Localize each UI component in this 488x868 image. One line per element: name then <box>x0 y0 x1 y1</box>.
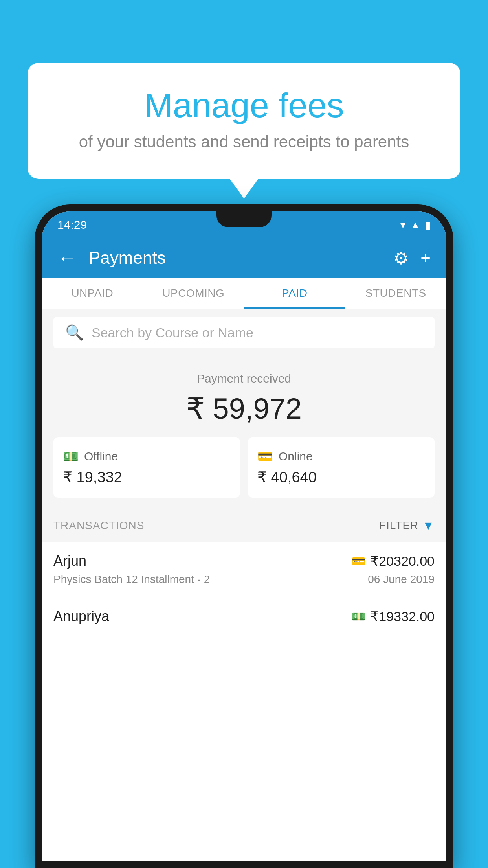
payment-summary: Payment received ₹ 59,972 💵 Offline ₹ 19… <box>42 356 446 509</box>
signal-icon: ▲ <box>410 219 420 231</box>
speech-bubble-container: Manage fees of your students and send re… <box>28 63 460 179</box>
transaction-row-top: Anupriya 💵 ₹19332.00 <box>53 608 435 625</box>
online-amount: ₹ 40,640 <box>257 469 425 486</box>
transactions-label: TRANSACTIONS <box>53 519 144 532</box>
phone-notch <box>216 211 272 227</box>
online-label: Online <box>279 450 313 463</box>
offline-card: 💵 Offline ₹ 19,332 <box>53 437 240 498</box>
tabs-bar: UNPAID UPCOMING PAID STUDENTS <box>42 278 446 309</box>
tab-paid[interactable]: PAID <box>244 278 345 309</box>
phone-frame: 14:29 ▾ ▲ ▮ ← Payments ⚙ + UNPAID UPCOMI… <box>35 204 453 868</box>
wifi-icon: ▾ <box>400 219 405 231</box>
tab-upcoming[interactable]: UPCOMING <box>143 278 244 309</box>
search-input[interactable]: Search by Course or Name <box>92 325 253 340</box>
card-payment-icon: 💳 <box>352 555 365 568</box>
filter-icon: ▼ <box>422 519 435 532</box>
bubble-title: Manage fees <box>59 86 429 125</box>
filter-label: FILTER <box>379 519 418 532</box>
bubble-subtitle: of your students and send receipts to pa… <box>59 132 429 151</box>
transaction-name: Arjun <box>53 553 86 569</box>
search-bar[interactable]: 🔍 Search by Course or Name <box>53 317 435 348</box>
app-bar-title: Payments <box>89 248 393 268</box>
filter-button[interactable]: FILTER ▼ <box>379 519 435 532</box>
online-card: 💳 Online ₹ 40,640 <box>248 437 435 498</box>
transaction-amount: ₹20320.00 <box>370 553 435 569</box>
offline-icon: 💵 <box>63 449 79 464</box>
online-card-header: 💳 Online <box>257 449 425 464</box>
payment-total-amount: ₹ 59,972 <box>53 392 435 425</box>
offline-label: Offline <box>84 450 118 463</box>
back-button[interactable]: ← <box>57 246 77 269</box>
transaction-amount-container: 💵 ₹19332.00 <box>352 609 435 624</box>
phone-screen: 14:29 ▾ ▲ ▮ ← Payments ⚙ + UNPAID UPCOMI… <box>42 211 446 861</box>
transaction-date: 06 June 2019 <box>368 573 435 586</box>
offline-amount: ₹ 19,332 <box>63 469 231 486</box>
transaction-amount-container: 💳 ₹20320.00 <box>352 553 435 569</box>
transaction-description: Physics Batch 12 Installment - 2 <box>53 573 210 586</box>
transaction-amount: ₹19332.00 <box>370 609 435 624</box>
app-bar-actions: ⚙ + <box>393 248 431 268</box>
add-button[interactable]: + <box>420 248 431 268</box>
speech-bubble: Manage fees of your students and send re… <box>28 63 460 179</box>
cash-payment-icon: 💵 <box>352 610 365 623</box>
search-icon: 🔍 <box>65 324 84 341</box>
transactions-header: TRANSACTIONS FILTER ▼ <box>42 509 446 542</box>
payment-cards: 💵 Offline ₹ 19,332 💳 Online ₹ 40,640 <box>53 437 435 498</box>
tab-students[interactable]: STUDENTS <box>345 278 447 309</box>
online-icon: 💳 <box>257 449 273 464</box>
transaction-item[interactable]: Arjun 💳 ₹20320.00 Physics Batch 12 Insta… <box>42 542 446 597</box>
app-bar: ← Payments ⚙ + <box>42 238 446 278</box>
transaction-item[interactable]: Anupriya 💵 ₹19332.00 <box>42 597 446 640</box>
payment-label: Payment received <box>53 372 435 385</box>
offline-card-header: 💵 Offline <box>63 449 231 464</box>
search-container: 🔍 Search by Course or Name <box>42 309 446 356</box>
transaction-row-top: Arjun 💳 ₹20320.00 <box>53 553 435 569</box>
transaction-row-bottom: Physics Batch 12 Installment - 2 06 June… <box>53 573 435 586</box>
tab-unpaid[interactable]: UNPAID <box>42 278 143 309</box>
status-icons: ▾ ▲ ▮ <box>400 219 431 231</box>
settings-button[interactable]: ⚙ <box>393 248 409 268</box>
transaction-name: Anupriya <box>53 608 109 625</box>
battery-icon: ▮ <box>425 219 431 231</box>
status-time: 14:29 <box>57 218 87 232</box>
